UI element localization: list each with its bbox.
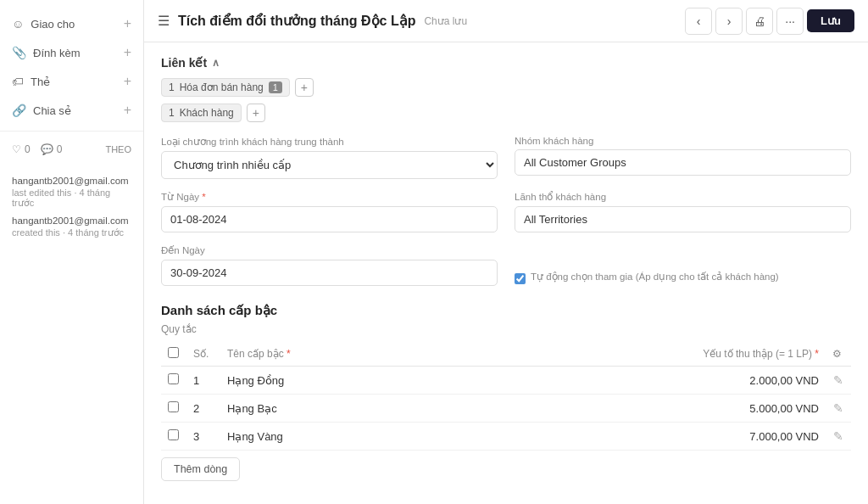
row-earn: 5.000,00 VND bbox=[446, 395, 826, 423]
lien-ket-header: Liên kết ∧ bbox=[161, 56, 851, 70]
khach-hang-tag-prefix: 1 bbox=[169, 107, 175, 119]
save-status: Chưa lưu bbox=[424, 15, 467, 27]
table-row: 2 Hạng Bạc 5.000,00 VND ✎ bbox=[161, 395, 851, 423]
lien-ket-title: Liên kết bbox=[161, 56, 207, 70]
from-date-field: Từ Ngày * bbox=[161, 191, 498, 232]
main-area: ☰ Tích điểm đổi thưởng tháng Độc Lập Chư… bbox=[144, 0, 868, 504]
from-date-label: Từ Ngày * bbox=[161, 191, 498, 203]
col-earn-header: Yếu tố thu thập (= 1 LP) * bbox=[446, 342, 826, 367]
content-area: Liên kết ∧ 1 Hóa đơn bán hàng 1 + 1 Khác… bbox=[144, 42, 868, 504]
lien-ket-chevron-icon[interactable]: ∧ bbox=[212, 57, 220, 69]
hoa-don-tag[interactable]: 1 Hóa đơn bán hàng 1 bbox=[161, 78, 290, 97]
auto-join-field: Tự động chọn tham gia (Áp dụng cho tất c… bbox=[515, 244, 851, 286]
editor1-meta: last edited this · 4 tháng trước bbox=[12, 188, 131, 209]
add-row-button[interactable]: Thêm dòng bbox=[161, 457, 240, 481]
add-dinh-kem-button[interactable]: + bbox=[124, 45, 131, 60]
row-name: Hạng Bạc bbox=[220, 395, 446, 423]
hoa-don-count-badge: 1 bbox=[269, 81, 282, 93]
khach-hang-tag-label: Khách hàng bbox=[180, 107, 234, 119]
row-earn: 7.000,00 VND bbox=[446, 423, 826, 451]
to-date-label: Đến Ngày bbox=[161, 244, 498, 256]
edit-row-icon[interactable]: ✎ bbox=[833, 401, 843, 415]
auto-join-row: Tự động chọn tham gia (Áp dụng cho tất c… bbox=[515, 271, 779, 286]
row-num: 3 bbox=[186, 423, 220, 451]
customer-group-field: Nhóm khách hàng bbox=[515, 136, 851, 179]
tier-table: Số. Tên cấp bậc * Yếu tố thu thập (= 1 L… bbox=[161, 342, 851, 451]
col-num-header: Số. bbox=[186, 342, 220, 367]
link-tags: 1 Hóa đơn bán hàng 1 + 1 Khách hàng + bbox=[161, 78, 851, 122]
select-all-checkbox[interactable] bbox=[168, 347, 179, 358]
tier-subtitle: Quy tắc bbox=[161, 323, 851, 335]
from-date-input[interactable] bbox=[161, 206, 498, 232]
row-checkbox[interactable] bbox=[168, 401, 179, 412]
sidebar: ☺ Giao cho + 📎 Đính kèm + 🏷 Thẻ + 🔗 Chia… bbox=[0, 0, 144, 504]
row-checkbox[interactable] bbox=[168, 429, 179, 440]
sidebar-editor-info: hangantb2001@gmail.com last edited this … bbox=[0, 169, 143, 252]
loyalty-type-field: Loại chương trình khách hàng trung thành… bbox=[161, 136, 498, 179]
auto-join-checkbox[interactable] bbox=[515, 273, 526, 284]
tier-table-head: Số. Tên cấp bậc * Yếu tố thu thập (= 1 L… bbox=[161, 342, 851, 367]
tag-icon: 🏷 bbox=[12, 75, 24, 88]
nav-prev-button[interactable]: ‹ bbox=[685, 8, 712, 35]
add-giao-cho-button[interactable]: + bbox=[124, 16, 131, 31]
share-icon: 🔗 bbox=[12, 104, 26, 117]
sidebar-item-dinh-kem[interactable]: 📎 Đính kèm + bbox=[0, 39, 143, 66]
person-icon: ☺ bbox=[12, 17, 24, 31]
tier-table-body: 1 Hạng Đồng 2.000,00 VND ✎ 2 Hạng Bạc 5.… bbox=[161, 367, 851, 451]
tier-section-title: Danh sách cấp bậc bbox=[161, 303, 851, 318]
row-checkbox[interactable] bbox=[168, 373, 179, 384]
hoa-don-tag-label: Hóa đơn bán hàng bbox=[180, 81, 264, 93]
loyalty-type-select[interactable]: Chương trình nhiều cấpChương trình đơn c… bbox=[161, 151, 498, 179]
form-grid: Loại chương trình khách hàng trung thành… bbox=[161, 136, 851, 286]
editor1-email: hangantb2001@gmail.com bbox=[12, 176, 131, 186]
row-num: 1 bbox=[186, 367, 220, 395]
add-hoa-don-button[interactable]: + bbox=[295, 78, 314, 97]
customer-group-input[interactable] bbox=[515, 149, 851, 176]
add-the-button[interactable]: + bbox=[124, 74, 131, 89]
sidebar-stats: ♡ 0 💬 0 THEO bbox=[0, 138, 143, 160]
col-name-required: * bbox=[287, 348, 291, 360]
territory-input[interactable] bbox=[515, 206, 851, 232]
territory-label: Lãnh thổ khách hàng bbox=[515, 191, 851, 203]
add-chia-se-button[interactable]: + bbox=[124, 103, 131, 118]
nav-next-button[interactable]: › bbox=[715, 8, 743, 35]
auto-join-label: Tự động chọn tham gia (Áp dụng cho tất c… bbox=[531, 271, 779, 283]
paperclip-icon: 📎 bbox=[12, 46, 26, 59]
ellipsis-icon: ··· bbox=[785, 14, 795, 28]
territory-field: Lãnh thổ khách hàng bbox=[515, 191, 851, 232]
table-row: 3 Hạng Vàng 7.000,00 VND ✎ bbox=[161, 423, 851, 451]
like-icon: ♡ bbox=[12, 143, 21, 155]
menu-icon[interactable]: ☰ bbox=[158, 13, 170, 29]
save-button[interactable]: Lưu bbox=[807, 9, 854, 32]
hoa-don-tag-prefix: 1 bbox=[169, 81, 175, 93]
tag-row-hoa-don: 1 Hóa đơn bán hàng 1 + bbox=[161, 78, 851, 97]
follow-label[interactable]: THEO bbox=[105, 144, 131, 154]
more-button[interactable]: ··· bbox=[776, 8, 804, 35]
editor2-meta: created this · 4 tháng trước bbox=[12, 227, 131, 238]
col-earn-required: * bbox=[815, 348, 819, 360]
from-date-required: * bbox=[202, 192, 205, 202]
khach-hang-tag[interactable]: 1 Khách hàng bbox=[161, 104, 242, 122]
table-row: 1 Hạng Đồng 2.000,00 VND ✎ bbox=[161, 367, 851, 395]
row-name: Hạng Đồng bbox=[220, 367, 446, 395]
editor2-email: hangantb2001@gmail.com bbox=[12, 216, 131, 226]
edit-row-icon[interactable]: ✎ bbox=[833, 373, 843, 387]
loyalty-type-label: Loại chương trình khách hàng trung thành bbox=[161, 136, 498, 148]
customer-group-label: Nhóm khách hàng bbox=[515, 136, 851, 146]
sidebar-item-giao-cho[interactable]: ☺ Giao cho + bbox=[0, 10, 143, 37]
row-name: Hạng Vàng bbox=[220, 423, 446, 451]
to-date-input[interactable] bbox=[161, 260, 498, 286]
add-khach-hang-button[interactable]: + bbox=[247, 104, 265, 122]
col-checkbox-header bbox=[161, 342, 186, 367]
row-num: 2 bbox=[186, 395, 220, 423]
header: ☰ Tích điểm đổi thưởng tháng Độc Lập Chư… bbox=[144, 0, 868, 42]
sidebar-item-chia-se[interactable]: 🔗 Chia sẻ + bbox=[0, 97, 143, 124]
col-name-header: Tên cấp bậc * bbox=[220, 342, 446, 367]
print-button[interactable]: 🖨 bbox=[746, 8, 773, 35]
header-actions: ‹ › 🖨 ··· Lưu bbox=[685, 8, 854, 35]
sidebar-item-the[interactable]: 🏷 Thẻ + bbox=[0, 68, 143, 95]
to-date-field: Đến Ngày bbox=[161, 244, 498, 286]
page-title: Tích điểm đổi thưởng tháng Độc Lập bbox=[178, 13, 415, 29]
comment-icon: 💬 bbox=[41, 143, 53, 155]
edit-row-icon[interactable]: ✎ bbox=[833, 429, 843, 443]
